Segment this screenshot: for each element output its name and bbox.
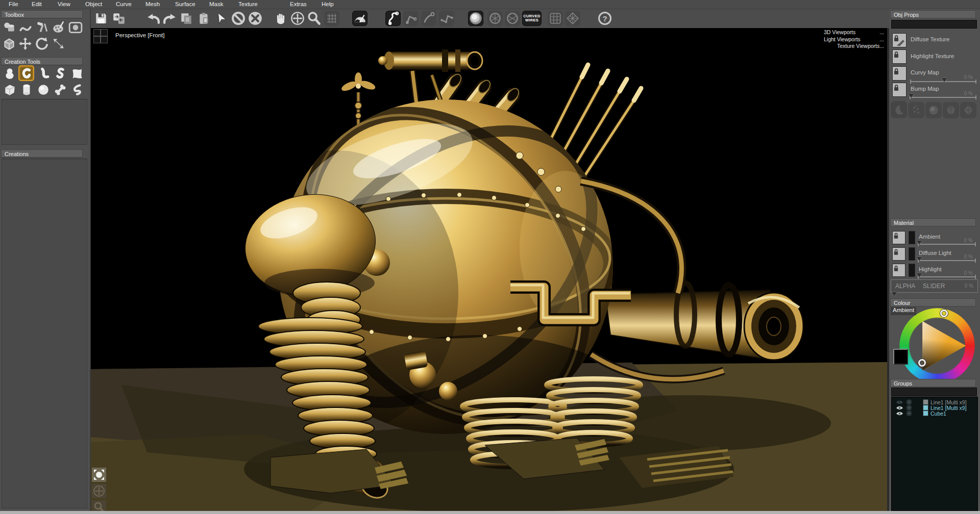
viewport-layout-icon[interactable]: [93, 29, 108, 43]
visibility-eye-icon-off[interactable]: [896, 400, 903, 405]
menu-surface[interactable]: Surface: [175, 1, 195, 7]
sphere-tool-icon[interactable]: [35, 82, 51, 97]
cube-tool-icon[interactable]: [2, 82, 17, 97]
copy-icon[interactable]: [179, 11, 194, 26]
wireframe-sphere-alt-icon[interactable]: [505, 11, 520, 26]
help-icon[interactable]: ?: [598, 12, 611, 25]
ambient-thumb[interactable]: [892, 231, 905, 244]
diamond-grid-icon[interactable]: [565, 11, 580, 26]
lock-star-icon[interactable]: [905, 410, 913, 416]
bump-map-thumb[interactable]: [892, 83, 906, 97]
obj-props-field[interactable]: [891, 20, 977, 29]
highlight-slider-marker[interactable]: [917, 273, 922, 277]
smooth-curve-icon[interactable]: [421, 11, 436, 26]
zoom-view-icon[interactable]: [306, 11, 322, 26]
ambient-slider[interactable]: [918, 244, 976, 245]
flat-grid-icon[interactable]: [548, 11, 563, 26]
move-view-icon[interactable]: [290, 11, 305, 26]
group-row-line1-b[interactable]: Line1 [Multi x9]: [892, 405, 977, 410]
forbid-icon[interactable]: [231, 11, 246, 26]
group-swatch-cyan[interactable]: [923, 410, 928, 416]
import-export-icon[interactable]: [111, 11, 127, 26]
render-icon[interactable]: [67, 19, 83, 35]
diffuse-texture-thumb[interactable]: [892, 33, 906, 47]
highlight-slider[interactable]: [918, 276, 976, 277]
highlight-texture-thumb[interactable]: [892, 49, 906, 64]
ambient-slider-marker[interactable]: [917, 241, 922, 245]
menu-edit[interactable]: Edit: [32, 1, 42, 7]
diffuse-light-slider[interactable]: [918, 260, 976, 261]
menu-mask[interactable]: Mask: [209, 1, 223, 7]
save-icon[interactable]: [93, 11, 109, 26]
sv-marker[interactable]: [918, 359, 926, 367]
tools-icon[interactable]: [34, 19, 50, 35]
center-view-icon[interactable]: [92, 468, 106, 482]
visibility-eye-icon-on[interactable]: [896, 405, 903, 410]
blob-tool-icon[interactable]: [2, 65, 17, 81]
diffuse-light-color-swatch[interactable]: [909, 247, 915, 261]
diffuse-light-slider-marker[interactable]: [917, 257, 922, 261]
bone-tool-icon[interactable]: [52, 82, 68, 97]
visibility-eye-icon-on[interactable]: [896, 411, 903, 416]
sheet-tool-icon[interactable]: [69, 65, 85, 81]
lock-star-icon[interactable]: [905, 399, 913, 405]
pan-hand-icon[interactable]: [273, 11, 288, 26]
alpha-slider-box[interactable]: ALPHA SLIDER 0 %: [891, 279, 978, 293]
bump-map-slider-marker[interactable]: [909, 94, 914, 98]
menu-texture[interactable]: Texture: [238, 1, 258, 7]
rotate-icon[interactable]: [34, 36, 50, 52]
current-colour-swatch[interactable]: [893, 349, 908, 365]
viewport-3d[interactable]: Perspective [Front] 3D Viewports ... Lig…: [91, 28, 887, 511]
curve-c-tool-icon-selected[interactable]: [18, 65, 34, 81]
noise-icon[interactable]: [908, 102, 924, 118]
group-label[interactable]: Cube1: [930, 410, 946, 417]
menu-curve[interactable]: Curve: [116, 1, 132, 7]
sphere-shade-icon[interactable]: [925, 102, 942, 118]
paint-palette-icon[interactable]: [50, 19, 66, 35]
cylinder-tool-icon[interactable]: [18, 82, 34, 97]
highlight-color-swatch[interactable]: [909, 264, 915, 277]
link-3d-viewports[interactable]: 3D Viewports ...: [824, 29, 884, 36]
crescent-icon[interactable]: [891, 102, 907, 118]
wireframe-sphere-icon[interactable]: [487, 11, 503, 26]
hue-marker[interactable]: [940, 310, 948, 317]
creations-list-area[interactable]: [2, 159, 87, 508]
group-row-cube1[interactable]: Cube1: [892, 410, 977, 416]
curved-wires-button[interactable]: CURVED WIRES: [522, 11, 542, 26]
undo-icon[interactable]: [145, 11, 161, 26]
grid-snap-icon[interactable]: [324, 11, 339, 26]
select-cursor-icon[interactable]: [214, 11, 230, 26]
alpha-slider-marker[interactable]: [892, 292, 897, 296]
hook-tool-icon[interactable]: [69, 82, 85, 97]
menu-help[interactable]: Help: [322, 1, 334, 7]
paste-icon[interactable]: [197, 11, 212, 26]
draw-curve-icon[interactable]: [385, 11, 401, 26]
menu-file[interactable]: File: [9, 1, 18, 7]
groups-list[interactable]: Line1 [Multi x9] Line1 [Multi x9] Cube1: [891, 397, 978, 511]
scale-icon[interactable]: [50, 36, 66, 52]
wire-cube-icon[interactable]: [1, 36, 17, 52]
curvy-map-thumb[interactable]: [892, 66, 906, 81]
shaded-view-icon[interactable]: [468, 11, 483, 26]
group-swatch-gray[interactable]: [923, 399, 928, 405]
edit-curve-icon[interactable]: [403, 11, 419, 26]
group-row-line1-a[interactable]: Line1 [Multi x9]: [892, 399, 977, 405]
facet-icon[interactable]: [943, 102, 959, 118]
link-light-viewports[interactable]: Light Viewports ...: [824, 36, 884, 43]
pan-view-icon[interactable]: [92, 484, 106, 498]
delete-icon[interactable]: [248, 11, 263, 26]
curve-s-tool-icon[interactable]: [52, 65, 68, 81]
diffuse-light-thumb[interactable]: [892, 247, 905, 261]
curvy-map-slider-marker[interactable]: [942, 78, 947, 82]
polyline-curve-icon[interactable]: [439, 11, 454, 26]
curvy-map-slider[interactable]: [910, 81, 976, 82]
menu-object[interactable]: Object: [85, 1, 102, 7]
menu-extras[interactable]: Extras: [290, 1, 307, 7]
link-texture-viewports[interactable]: Texture Viewports...: [824, 43, 884, 50]
sculpt-icon[interactable]: [17, 19, 33, 35]
bump-map-slider[interactable]: [910, 97, 976, 98]
primitives-icon[interactable]: [1, 19, 17, 35]
group-swatch-cyan[interactable]: [923, 405, 928, 410]
redo-icon[interactable]: [162, 11, 178, 26]
protractor-icon[interactable]: [352, 11, 368, 26]
